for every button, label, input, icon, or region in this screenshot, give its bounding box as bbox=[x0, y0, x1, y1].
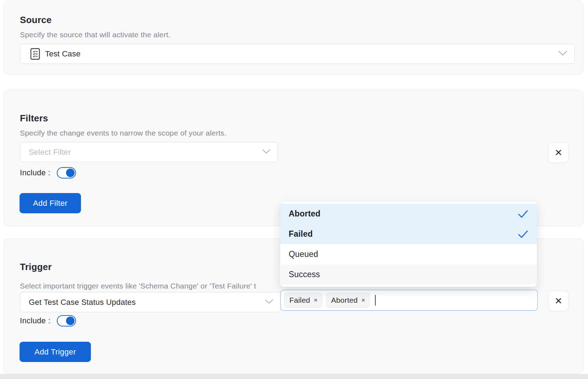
checkmark-icon bbox=[518, 210, 528, 218]
toggle-knob bbox=[66, 169, 75, 177]
toggle-knob bbox=[66, 317, 75, 325]
remove-chip-icon[interactable]: × bbox=[314, 296, 317, 304]
filter-select[interactable]: Select Filter bbox=[20, 142, 278, 162]
chevron-down-icon bbox=[558, 50, 567, 57]
close-icon: ✕ bbox=[555, 296, 562, 307]
source-section-card: Source Specify the source that will acti… bbox=[4, 1, 583, 75]
filters-include-row: Include : bbox=[20, 167, 76, 178]
filters-section-title: Filters bbox=[20, 113, 48, 124]
trigger-section-title: Trigger bbox=[20, 262, 52, 273]
page-bottom-band bbox=[0, 374, 588, 379]
trigger-include-row: Include : bbox=[20, 315, 76, 326]
source-section-description: Specify the source that will activate th… bbox=[20, 31, 170, 39]
dropdown-option-label: Aborted bbox=[289, 209, 321, 219]
chevron-down-icon bbox=[262, 149, 271, 155]
source-section-title: Source bbox=[20, 15, 51, 26]
filters-include-label: Include : bbox=[20, 168, 50, 177]
dropdown-option-failed[interactable]: Failed bbox=[280, 224, 537, 244]
filters-section-description: Specify the change events to narrow the … bbox=[20, 129, 227, 137]
trigger-include-label: Include : bbox=[20, 316, 50, 325]
dropdown-option-label: Queued bbox=[289, 249, 318, 259]
chevron-down-icon bbox=[265, 299, 273, 306]
chip-label: Failed bbox=[289, 296, 310, 304]
dropdown-option-queued[interactable]: Queued bbox=[280, 244, 537, 264]
filters-include-toggle[interactable] bbox=[57, 167, 76, 178]
text-cursor bbox=[375, 295, 376, 306]
source-select[interactable]: Test Case bbox=[20, 44, 575, 64]
trigger-select-value: Get Test Case Status Updates bbox=[29, 298, 136, 307]
remove-trigger-button[interactable]: ✕ bbox=[548, 291, 569, 311]
trigger-include-toggle[interactable] bbox=[57, 315, 76, 326]
checkmark-icon bbox=[518, 230, 528, 238]
selected-event-chip: Failed× bbox=[284, 293, 322, 308]
chip-label: Aborted bbox=[331, 296, 358, 304]
trigger-events-dropdown-menu: AbortedFailedQueuedSuccess bbox=[280, 202, 537, 287]
test-case-document-icon bbox=[30, 48, 40, 60]
dropdown-option-label: Success bbox=[289, 270, 320, 279]
dropdown-option-success[interactable]: Success bbox=[280, 264, 537, 285]
selected-event-chip: Aborted× bbox=[326, 293, 370, 308]
dropdown-option-aborted[interactable]: Aborted bbox=[280, 204, 537, 224]
trigger-select[interactable]: Get Test Case Status Updates bbox=[20, 292, 281, 312]
close-icon: ✕ bbox=[555, 147, 562, 158]
trigger-events-multiselect-input[interactable]: Failed×Aborted× bbox=[280, 290, 538, 311]
dropdown-option-label: Failed bbox=[289, 229, 313, 239]
trigger-section-description: Select important trigger events like 'Sc… bbox=[20, 282, 284, 290]
remove-filter-button[interactable]: ✕ bbox=[548, 142, 569, 163]
remove-chip-icon[interactable]: × bbox=[361, 296, 365, 304]
add-filter-button[interactable]: Add Filter bbox=[20, 193, 81, 213]
source-select-value: Test Case bbox=[45, 49, 81, 59]
alert-configuration-page: Source Specify the source that will acti… bbox=[0, 0, 588, 379]
add-trigger-button[interactable]: Add Trigger bbox=[20, 342, 91, 362]
filter-select-placeholder: Select Filter bbox=[29, 148, 71, 157]
